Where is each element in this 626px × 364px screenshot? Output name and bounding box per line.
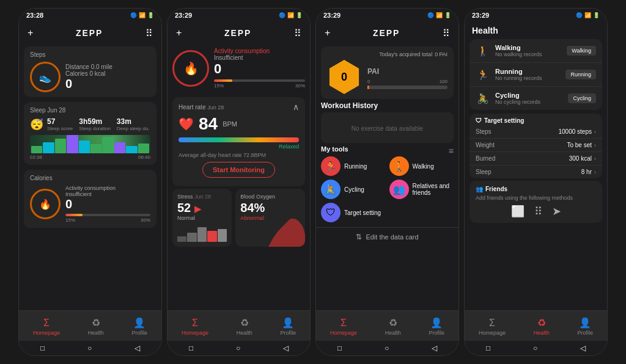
nav-health-icon-4: ♻ (537, 317, 546, 329)
send-icon[interactable]: ➤ (552, 205, 561, 218)
nav-homepage-icon-4: Σ (489, 318, 495, 329)
back-btn-3[interactable]: ◁ (432, 344, 437, 352)
add-icon-1[interactable]: + (28, 27, 33, 38)
tool-cycling[interactable]: 🚴 Cycling (321, 180, 386, 199)
nav-profile-2[interactable]: 👤 Profile (281, 317, 296, 336)
nav-profile-1[interactable]: 👤 Profile (132, 317, 148, 336)
activity-label: Activity consumption Insufficient (214, 48, 305, 61)
target-sleep[interactable]: Sleep 8 hr › (470, 166, 602, 178)
target-steps[interactable]: Steps 10000 steps › (470, 125, 602, 139)
cal-p1: 15% (65, 217, 75, 223)
back-btn-4[interactable]: ◁ (580, 344, 586, 352)
nav-health-1[interactable]: ♻ Health (88, 317, 104, 336)
app-header-1: + ZEPP ⠿ (19, 22, 161, 44)
square-btn-4[interactable]: □ (486, 344, 490, 352)
bottom-nav-2: Σ Homepage ♻ Health 👤 Profile (168, 310, 310, 341)
sleep-deep-val: 33m (117, 117, 150, 126)
status-icons-4: 🔵 📶 🔋 (576, 12, 600, 18)
health-page-title: Health (465, 22, 607, 38)
walking-item[interactable]: 🚶 Walking No walking records Walking (470, 39, 602, 63)
back-btn-1[interactable]: ◁ (134, 344, 140, 352)
heart-avg: Average all-day heart rate 72.8BPM (179, 152, 299, 158)
tool-target[interactable]: 🛡 Target setting (321, 203, 386, 222)
running-sub: No running records (495, 75, 561, 81)
tool-walking[interactable]: 🚶 Walking (389, 156, 454, 176)
blood-title: Blood Oxygen (240, 194, 300, 200)
circle-btn-4[interactable]: ○ (533, 344, 537, 352)
calories-row: 🔥 Activity consumption Insufficient 0 15… (30, 185, 150, 223)
circle-btn-1[interactable]: ○ (87, 344, 92, 352)
square-btn-1[interactable]: □ (40, 344, 45, 352)
edit-data-card-button[interactable]: ⇅ Edit the data card (316, 227, 458, 246)
circle-btn-2[interactable]: ○ (236, 344, 240, 352)
nav-homepage-icon-2: Σ (192, 318, 198, 329)
running-item[interactable]: 🏃 Running No running records Running (470, 63, 602, 87)
steps-gauge: 👟 (30, 62, 61, 92)
target-burned-value: 300 kcal (569, 155, 592, 162)
workout-title: Workout History (321, 101, 454, 110)
steps-card: Steps 👟 Distance 0.0 mile Calories 0 kca… (24, 46, 156, 97)
grid-icon-3[interactable]: ⠿ (443, 27, 450, 39)
nav-homepage-icon-3: Σ (341, 318, 347, 329)
cal-p2: 30% (141, 217, 150, 223)
target-weight[interactable]: Weight To be set › (470, 139, 602, 152)
nav-health-2[interactable]: ♻ Health (237, 317, 252, 336)
tool-running[interactable]: 🏃 Running (321, 156, 386, 176)
qr-code-icon[interactable]: ⬜ (511, 205, 525, 218)
cycling-button[interactable]: Cycling (568, 93, 596, 103)
grid-icon-2[interactable]: ⠿ (294, 27, 301, 39)
cal-activity-label: Activity consumption (65, 185, 150, 191)
heart-bpm: 84 (199, 114, 218, 134)
heart-rate-bar (179, 137, 299, 142)
nav-profile-4[interactable]: 👤 Profile (578, 317, 594, 336)
tools-grid: 🏃 Running 🚶 Walking 🚴 Cycling 👥 Relative… (321, 156, 454, 222)
heart-expand-icon[interactable]: ∧ (293, 102, 299, 112)
square-btn-3[interactable]: □ (337, 344, 342, 352)
start-monitoring-button[interactable]: Start Monitoring (202, 162, 275, 178)
nav-homepage-3[interactable]: Σ Homepage (330, 318, 357, 336)
target-burned[interactable]: Burned 300 kcal › (470, 152, 602, 166)
nav-homepage-1[interactable]: Σ Homepage (33, 318, 60, 336)
nav-health-3[interactable]: ♻ Health (385, 317, 401, 336)
heart-section: Heart rate Jun 28 ∧ ❤️ 84 BPM Relaxed Av… (172, 97, 305, 186)
nav-profile-3[interactable]: 👤 Profile (429, 317, 445, 336)
walking-button[interactable]: Walking (567, 46, 596, 56)
battery-icon-2: 🔋 (296, 12, 303, 18)
app-title-2: ZEPP (224, 28, 252, 38)
calories-gauge: 🔥 (30, 189, 61, 219)
heart-header: Heart rate Jun 28 ∧ (179, 102, 299, 112)
nav-profile-label-1: Profile (132, 330, 148, 336)
nav-homepage-2[interactable]: Σ Homepage (182, 318, 208, 336)
tools-menu-icon[interactable]: ≡ (449, 146, 454, 156)
workout-empty: No exercise data available (321, 112, 454, 143)
square-btn-2[interactable]: □ (189, 344, 193, 352)
status-icons-2: 🔵 📶 🔋 (279, 12, 303, 18)
nav-health-4[interactable]: ♻ Health (534, 317, 550, 336)
nav-profile-label-3: Profile (429, 330, 445, 336)
back-btn-2[interactable]: ◁ (283, 344, 289, 352)
cycling-item[interactable]: 🚴 Cycling No cycling records Cycling (470, 87, 602, 110)
walking-sub: No walking records (495, 51, 562, 57)
stress-arrow: ▶ (194, 204, 201, 214)
add-icon-3[interactable]: + (325, 27, 330, 38)
grid-icon-1[interactable]: ⠿ (145, 27, 153, 39)
nav-health-icon-2: ♻ (240, 317, 249, 329)
sleep-row: 😴 57 Sleep score 3h59m Sleep duration 33… (30, 117, 150, 131)
nav-homepage-label-1: Homepage (33, 330, 60, 336)
nav-health-label-1: Health (88, 330, 104, 336)
circle-btn-3[interactable]: ○ (385, 344, 389, 352)
share-grid-icon[interactable]: ⠿ (534, 205, 542, 218)
nav-homepage-4[interactable]: Σ Homepage (479, 318, 506, 336)
tool-relatives[interactable]: 👥 Relatives and friends (389, 180, 454, 199)
app-title-1: ZEPP (76, 28, 103, 38)
signal-icon-2: 📶 (287, 12, 294, 18)
bottom-nav-1: Σ Homepage ♻ Health 👤 Profile (19, 310, 161, 341)
bluetooth-icon-4: 🔵 (576, 12, 583, 18)
tool-target-icon: 🛡 (321, 203, 341, 222)
battery-icon-4: 🔋 (593, 12, 600, 18)
running-button[interactable]: Running (565, 70, 596, 79)
steps-calories: Calories 0 kcal (65, 70, 150, 77)
sleep-score-val: 57 (47, 117, 73, 126)
sleep-deep-label: Deep sleep du. (117, 126, 150, 131)
add-icon-2[interactable]: + (176, 27, 182, 38)
